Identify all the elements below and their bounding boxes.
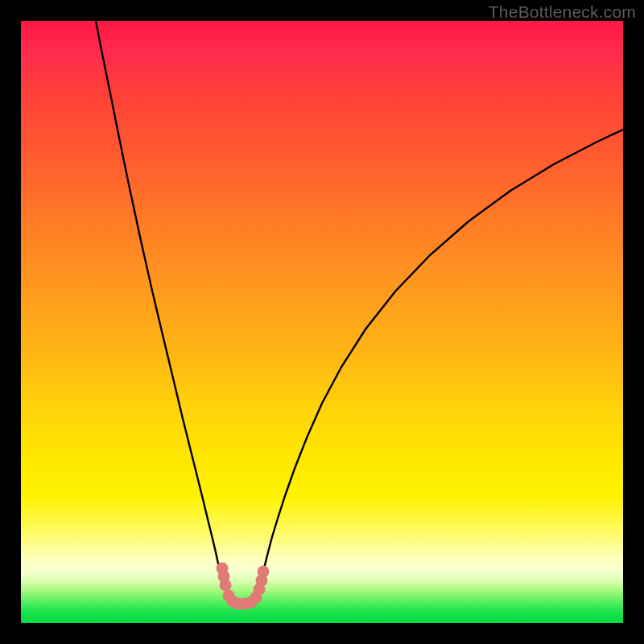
curve-left — [96, 21, 222, 584]
bead-marker — [220, 580, 232, 592]
curve-layer — [21, 21, 623, 623]
bead-group — [217, 563, 270, 610]
chart-frame: TheBottleneck.com — [0, 0, 644, 644]
watermark-text: TheBottleneck.com — [489, 2, 636, 22]
curve-right — [261, 130, 623, 584]
plot-area — [21, 21, 623, 623]
bead-marker — [258, 566, 270, 578]
